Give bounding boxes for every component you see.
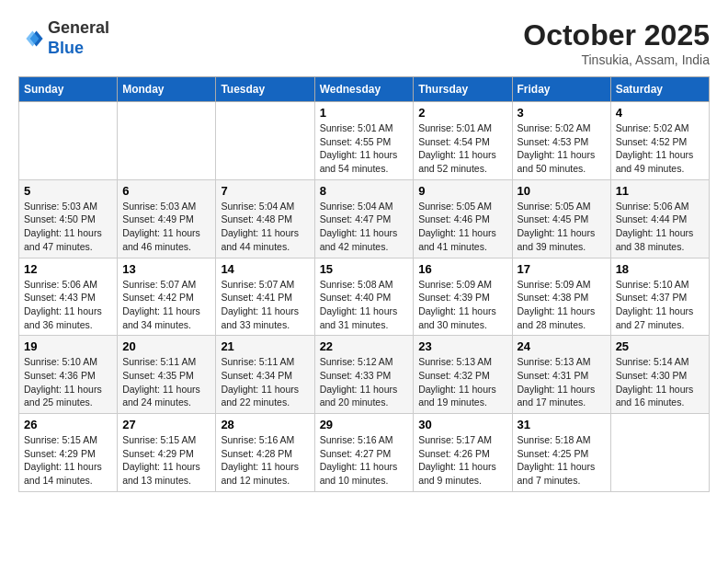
calendar-cell <box>118 102 216 180</box>
day-info: Sunrise: 5:15 AMSunset: 4:29 PMDaylight:… <box>24 433 112 488</box>
day-info: Sunrise: 5:16 AMSunset: 4:27 PMDaylight:… <box>320 433 409 488</box>
day-number: 26 <box>24 418 112 431</box>
day-info: Sunrise: 5:09 AMSunset: 4:39 PMDaylight:… <box>418 278 506 332</box>
day-info: Sunrise: 5:03 AMSunset: 4:50 PMDaylight:… <box>24 200 112 254</box>
day-info: Sunrise: 5:10 AMSunset: 4:37 PMDaylight:… <box>616 278 704 332</box>
day-info: Sunrise: 5:18 AMSunset: 4:25 PMDaylight:… <box>518 433 606 488</box>
day-number: 9 <box>418 184 506 198</box>
day-info: Sunrise: 5:01 AMSunset: 4:55 PMDaylight:… <box>320 121 409 176</box>
weekday-header-wednesday: Wednesday <box>314 77 414 102</box>
day-number: 19 <box>24 339 112 353</box>
day-number: 22 <box>320 339 409 353</box>
calendar-week-5: 26Sunrise: 5:15 AMSunset: 4:29 PMDayligh… <box>19 414 710 492</box>
location: Tinsukia, Assam, India <box>523 52 710 67</box>
day-number: 2 <box>418 106 506 120</box>
calendar-cell: 9Sunrise: 5:05 AMSunset: 4:46 PMDaylight… <box>414 179 512 258</box>
day-info: Sunrise: 5:06 AMSunset: 4:43 PMDaylight:… <box>24 278 112 332</box>
day-number: 29 <box>320 418 409 431</box>
calendar-cell: 2Sunrise: 5:01 AMSunset: 4:54 PMDaylight… <box>414 102 512 180</box>
day-info: Sunrise: 5:17 AMSunset: 4:26 PMDaylight:… <box>418 433 506 488</box>
logo-blue-text: Blue <box>48 39 109 59</box>
day-info: Sunrise: 5:15 AMSunset: 4:29 PMDaylight:… <box>122 433 210 488</box>
calendar-cell: 1Sunrise: 5:01 AMSunset: 4:55 PMDaylight… <box>314 102 414 180</box>
day-number: 10 <box>518 184 606 198</box>
day-number: 16 <box>418 262 506 276</box>
calendar-cell: 17Sunrise: 5:09 AMSunset: 4:38 PMDayligh… <box>512 258 610 336</box>
calendar-cell <box>216 102 314 180</box>
calendar-cell: 28Sunrise: 5:16 AMSunset: 4:28 PMDayligh… <box>216 414 314 492</box>
day-info: Sunrise: 5:07 AMSunset: 4:42 PMDaylight:… <box>122 278 210 332</box>
calendar-cell: 29Sunrise: 5:16 AMSunset: 4:27 PMDayligh… <box>314 414 414 492</box>
calendar-cell: 27Sunrise: 5:15 AMSunset: 4:29 PMDayligh… <box>118 414 216 492</box>
calendar-cell: 15Sunrise: 5:08 AMSunset: 4:40 PMDayligh… <box>314 258 414 336</box>
calendar-cell: 3Sunrise: 5:02 AMSunset: 4:53 PMDaylight… <box>512 102 610 180</box>
day-info: Sunrise: 5:12 AMSunset: 4:33 PMDaylight:… <box>320 355 409 409</box>
day-info: Sunrise: 5:14 AMSunset: 4:30 PMDaylight:… <box>616 355 704 409</box>
calendar-cell: 10Sunrise: 5:05 AMSunset: 4:45 PMDayligh… <box>512 179 610 258</box>
day-number: 13 <box>122 262 210 276</box>
day-number: 20 <box>122 339 210 353</box>
logo-general-text: General <box>48 18 109 39</box>
calendar-cell: 23Sunrise: 5:13 AMSunset: 4:32 PMDayligh… <box>414 336 512 414</box>
day-number: 17 <box>518 262 606 276</box>
day-info: Sunrise: 5:06 AMSunset: 4:44 PMDaylight:… <box>616 200 704 254</box>
day-number: 8 <box>320 184 409 198</box>
month-title: October 2025 <box>523 18 710 52</box>
calendar-cell: 25Sunrise: 5:14 AMSunset: 4:30 PMDayligh… <box>610 336 709 414</box>
day-info: Sunrise: 5:09 AMSunset: 4:38 PMDaylight:… <box>518 278 606 332</box>
day-number: 25 <box>616 339 704 353</box>
day-info: Sunrise: 5:11 AMSunset: 4:35 PMDaylight:… <box>122 355 210 409</box>
day-number: 23 <box>418 339 506 353</box>
day-number: 28 <box>221 418 309 431</box>
day-number: 5 <box>24 184 112 198</box>
day-number: 15 <box>320 262 409 276</box>
day-number: 30 <box>418 418 506 431</box>
day-info: Sunrise: 5:02 AMSunset: 4:52 PMDaylight:… <box>616 121 704 176</box>
day-info: Sunrise: 5:01 AMSunset: 4:54 PMDaylight:… <box>418 121 506 176</box>
calendar-cell: 4Sunrise: 5:02 AMSunset: 4:52 PMDaylight… <box>610 102 709 180</box>
calendar-cell: 24Sunrise: 5:13 AMSunset: 4:31 PMDayligh… <box>512 336 610 414</box>
day-number: 24 <box>518 339 606 353</box>
day-info: Sunrise: 5:05 AMSunset: 4:45 PMDaylight:… <box>518 200 606 254</box>
calendar-week-2: 5Sunrise: 5:03 AMSunset: 4:50 PMDaylight… <box>19 179 710 258</box>
day-info: Sunrise: 5:04 AMSunset: 4:47 PMDaylight:… <box>320 200 409 254</box>
day-number: 27 <box>122 418 210 431</box>
calendar-cell: 5Sunrise: 5:03 AMSunset: 4:50 PMDaylight… <box>19 179 118 258</box>
day-number: 14 <box>221 262 309 276</box>
calendar-table: SundayMondayTuesdayWednesdayThursdayFrid… <box>18 76 710 492</box>
day-number: 3 <box>518 106 606 120</box>
day-number: 11 <box>616 184 704 198</box>
calendar-cell: 22Sunrise: 5:12 AMSunset: 4:33 PMDayligh… <box>314 336 414 414</box>
calendar-cell: 30Sunrise: 5:17 AMSunset: 4:26 PMDayligh… <box>414 414 512 492</box>
calendar-cell: 31Sunrise: 5:18 AMSunset: 4:25 PMDayligh… <box>512 414 610 492</box>
weekday-header-sunday: Sunday <box>19 77 118 102</box>
page-header: General Blue October 2025 Tinsukia, Assa… <box>18 18 710 67</box>
weekday-header-saturday: Saturday <box>610 77 709 102</box>
weekday-header-friday: Friday <box>512 77 610 102</box>
calendar-week-1: 1Sunrise: 5:01 AMSunset: 4:55 PMDaylight… <box>19 102 710 180</box>
calendar-cell <box>610 414 709 492</box>
weekday-header-monday: Monday <box>118 77 216 102</box>
day-number: 7 <box>221 184 309 198</box>
day-info: Sunrise: 5:02 AMSunset: 4:53 PMDaylight:… <box>518 121 606 176</box>
day-number: 21 <box>221 339 309 353</box>
day-info: Sunrise: 5:05 AMSunset: 4:46 PMDaylight:… <box>418 200 506 254</box>
logo: General Blue <box>18 18 109 58</box>
day-number: 12 <box>24 262 112 276</box>
weekday-header-row: SundayMondayTuesdayWednesdayThursdayFrid… <box>19 77 710 102</box>
day-number: 1 <box>320 106 409 120</box>
calendar-cell: 6Sunrise: 5:03 AMSunset: 4:49 PMDaylight… <box>118 179 216 258</box>
day-info: Sunrise: 5:04 AMSunset: 4:48 PMDaylight:… <box>221 200 309 254</box>
day-number: 4 <box>616 106 704 120</box>
calendar-cell: 8Sunrise: 5:04 AMSunset: 4:47 PMDaylight… <box>314 179 414 258</box>
calendar-cell: 20Sunrise: 5:11 AMSunset: 4:35 PMDayligh… <box>118 336 216 414</box>
calendar-cell: 18Sunrise: 5:10 AMSunset: 4:37 PMDayligh… <box>610 258 709 336</box>
day-info: Sunrise: 5:11 AMSunset: 4:34 PMDaylight:… <box>221 355 309 409</box>
day-number: 31 <box>518 418 606 431</box>
day-number: 6 <box>122 184 210 198</box>
day-info: Sunrise: 5:07 AMSunset: 4:41 PMDaylight:… <box>221 278 309 332</box>
calendar-cell: 11Sunrise: 5:06 AMSunset: 4:44 PMDayligh… <box>610 179 709 258</box>
day-info: Sunrise: 5:08 AMSunset: 4:40 PMDaylight:… <box>320 278 409 332</box>
day-info: Sunrise: 5:13 AMSunset: 4:32 PMDaylight:… <box>418 355 506 409</box>
day-info: Sunrise: 5:13 AMSunset: 4:31 PMDaylight:… <box>518 355 606 409</box>
